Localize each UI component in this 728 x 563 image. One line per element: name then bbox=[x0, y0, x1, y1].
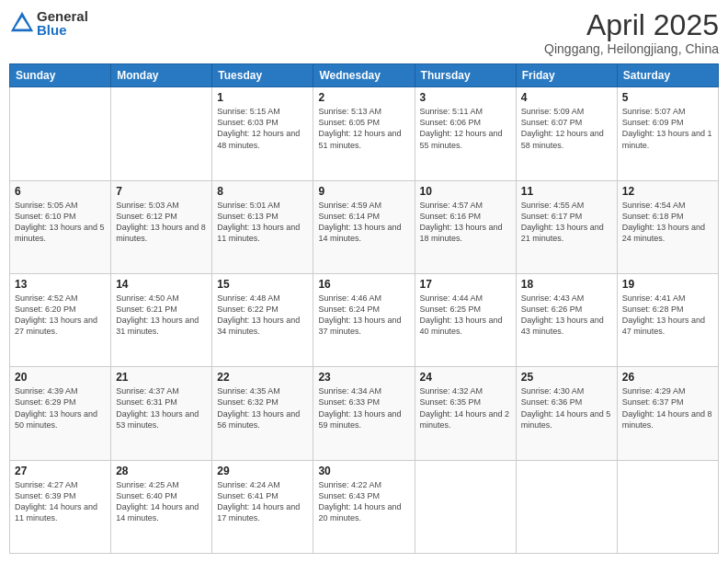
cell-content: Sunrise: 4:57 AMSunset: 6:16 PMDaylight:… bbox=[420, 200, 511, 245]
cell-content: Sunrise: 4:48 AMSunset: 6:22 PMDaylight:… bbox=[217, 293, 308, 338]
calendar-table: Sunday Monday Tuesday Wednesday Thursday… bbox=[9, 63, 719, 554]
week-row-2: 13Sunrise: 4:52 AMSunset: 6:20 PMDayligh… bbox=[10, 273, 719, 366]
calendar-body: 1Sunrise: 5:15 AMSunset: 6:03 PMDaylight… bbox=[10, 87, 719, 554]
cell-content: Sunrise: 4:35 AMSunset: 6:32 PMDaylight:… bbox=[217, 385, 308, 431]
day-number: 1 bbox=[217, 91, 308, 104]
calendar-cell bbox=[10, 87, 111, 180]
day-number: 22 bbox=[217, 371, 308, 384]
week-row-4: 27Sunrise: 4:27 AMSunset: 6:39 PMDayligh… bbox=[10, 460, 719, 553]
calendar-cell: 17Sunrise: 4:44 AMSunset: 6:25 PMDayligh… bbox=[415, 273, 516, 366]
cell-content: Sunrise: 5:05 AMSunset: 6:10 PMDaylight:… bbox=[15, 200, 106, 245]
day-number: 28 bbox=[116, 465, 207, 477]
calendar-cell: 15Sunrise: 4:48 AMSunset: 6:22 PMDayligh… bbox=[212, 273, 313, 366]
day-number: 16 bbox=[318, 278, 409, 291]
calendar-cell bbox=[516, 460, 617, 553]
cell-content: Sunrise: 5:15 AMSunset: 6:03 PMDaylight:… bbox=[217, 106, 308, 151]
calendar-cell: 30Sunrise: 4:22 AMSunset: 6:43 PMDayligh… bbox=[313, 460, 415, 553]
logo-text: General Blue bbox=[37, 9, 88, 37]
day-number: 5 bbox=[622, 91, 713, 104]
calendar-cell: 8Sunrise: 5:01 AMSunset: 6:13 PMDaylight… bbox=[212, 180, 313, 273]
logo-icon bbox=[9, 10, 35, 36]
day-number: 4 bbox=[521, 91, 612, 104]
calendar-cell: 11Sunrise: 4:55 AMSunset: 6:17 PMDayligh… bbox=[516, 180, 617, 273]
cell-content: Sunrise: 4:30 AMSunset: 6:36 PMDaylight:… bbox=[521, 385, 612, 431]
calendar-cell: 4Sunrise: 5:09 AMSunset: 6:07 PMDaylight… bbox=[516, 87, 617, 180]
week-row-1: 6Sunrise: 5:05 AMSunset: 6:10 PMDaylight… bbox=[10, 180, 719, 273]
calendar-cell bbox=[111, 87, 212, 180]
page: General Blue April 2025 Qinggang, Heilon… bbox=[0, 0, 728, 563]
cell-content: Sunrise: 5:07 AMSunset: 6:09 PMDaylight:… bbox=[622, 106, 713, 151]
day-number: 3 bbox=[420, 91, 511, 104]
day-number: 30 bbox=[318, 465, 409, 477]
col-wednesday: Wednesday bbox=[313, 64, 415, 87]
calendar-cell: 7Sunrise: 5:03 AMSunset: 6:12 PMDaylight… bbox=[111, 180, 212, 273]
col-saturday: Saturday bbox=[617, 64, 718, 87]
col-tuesday: Tuesday bbox=[212, 64, 313, 87]
calendar-cell: 27Sunrise: 4:27 AMSunset: 6:39 PMDayligh… bbox=[10, 460, 111, 553]
calendar-cell: 14Sunrise: 4:50 AMSunset: 6:21 PMDayligh… bbox=[111, 273, 212, 366]
calendar-cell: 1Sunrise: 5:15 AMSunset: 6:03 PMDaylight… bbox=[212, 87, 313, 180]
day-number: 10 bbox=[420, 185, 511, 198]
day-number: 18 bbox=[521, 278, 612, 291]
day-number: 2 bbox=[318, 91, 409, 104]
calendar-cell: 22Sunrise: 4:35 AMSunset: 6:32 PMDayligh… bbox=[212, 367, 313, 460]
day-number: 9 bbox=[318, 185, 409, 198]
calendar-cell: 9Sunrise: 4:59 AMSunset: 6:14 PMDaylight… bbox=[313, 180, 415, 273]
day-number: 7 bbox=[116, 185, 207, 198]
day-number: 19 bbox=[622, 278, 713, 291]
day-number: 27 bbox=[15, 465, 106, 477]
calendar-cell: 23Sunrise: 4:34 AMSunset: 6:33 PMDayligh… bbox=[313, 367, 415, 460]
calendar-cell: 29Sunrise: 4:24 AMSunset: 6:41 PMDayligh… bbox=[212, 460, 313, 553]
cell-content: Sunrise: 4:50 AMSunset: 6:21 PMDaylight:… bbox=[116, 293, 207, 338]
calendar-header: Sunday Monday Tuesday Wednesday Thursday… bbox=[10, 64, 719, 87]
cell-content: Sunrise: 5:03 AMSunset: 6:12 PMDaylight:… bbox=[116, 200, 207, 245]
calendar-cell: 2Sunrise: 5:13 AMSunset: 6:05 PMDaylight… bbox=[313, 87, 415, 180]
day-number: 21 bbox=[116, 371, 207, 384]
calendar-cell: 5Sunrise: 5:07 AMSunset: 6:09 PMDaylight… bbox=[617, 87, 718, 180]
calendar-title: April 2025 bbox=[544, 9, 719, 41]
calendar-subtitle: Qinggang, Heilongjiang, China bbox=[544, 41, 719, 56]
cell-content: Sunrise: 5:01 AMSunset: 6:13 PMDaylight:… bbox=[217, 200, 308, 245]
calendar-cell: 10Sunrise: 4:57 AMSunset: 6:16 PMDayligh… bbox=[415, 180, 516, 273]
day-number: 24 bbox=[420, 371, 511, 384]
cell-content: Sunrise: 5:11 AMSunset: 6:06 PMDaylight:… bbox=[420, 106, 511, 151]
col-friday: Friday bbox=[516, 64, 617, 87]
cell-content: Sunrise: 4:44 AMSunset: 6:25 PMDaylight:… bbox=[420, 293, 511, 338]
calendar-cell: 28Sunrise: 4:25 AMSunset: 6:40 PMDayligh… bbox=[111, 460, 212, 553]
day-number: 26 bbox=[622, 371, 713, 384]
calendar-cell bbox=[415, 460, 516, 553]
cell-content: Sunrise: 4:55 AMSunset: 6:17 PMDaylight:… bbox=[521, 200, 612, 245]
cell-content: Sunrise: 5:13 AMSunset: 6:05 PMDaylight:… bbox=[318, 106, 409, 151]
cell-content: Sunrise: 4:34 AMSunset: 6:33 PMDaylight:… bbox=[318, 385, 409, 431]
logo-blue-text: Blue bbox=[37, 23, 88, 37]
week-row-0: 1Sunrise: 5:15 AMSunset: 6:03 PMDaylight… bbox=[10, 87, 719, 180]
day-number: 8 bbox=[217, 185, 308, 198]
day-number: 25 bbox=[521, 371, 612, 384]
cell-content: Sunrise: 4:41 AMSunset: 6:28 PMDaylight:… bbox=[622, 293, 713, 338]
cell-content: Sunrise: 5:09 AMSunset: 6:07 PMDaylight:… bbox=[521, 106, 612, 151]
header-row: Sunday Monday Tuesday Wednesday Thursday… bbox=[10, 64, 719, 87]
calendar-cell: 12Sunrise: 4:54 AMSunset: 6:18 PMDayligh… bbox=[617, 180, 718, 273]
day-number: 17 bbox=[420, 278, 511, 291]
cell-content: Sunrise: 4:52 AMSunset: 6:20 PMDaylight:… bbox=[15, 293, 106, 338]
col-monday: Monday bbox=[111, 64, 212, 87]
calendar-cell: 6Sunrise: 5:05 AMSunset: 6:10 PMDaylight… bbox=[10, 180, 111, 273]
cell-content: Sunrise: 4:46 AMSunset: 6:24 PMDaylight:… bbox=[318, 293, 409, 338]
day-number: 20 bbox=[15, 371, 106, 384]
calendar-cell: 24Sunrise: 4:32 AMSunset: 6:35 PMDayligh… bbox=[415, 367, 516, 460]
day-number: 14 bbox=[116, 278, 207, 291]
calendar-cell: 13Sunrise: 4:52 AMSunset: 6:20 PMDayligh… bbox=[10, 273, 111, 366]
col-thursday: Thursday bbox=[415, 64, 516, 87]
calendar-cell: 19Sunrise: 4:41 AMSunset: 6:28 PMDayligh… bbox=[617, 273, 718, 366]
calendar-cell: 20Sunrise: 4:39 AMSunset: 6:29 PMDayligh… bbox=[10, 367, 111, 460]
calendar-cell: 26Sunrise: 4:29 AMSunset: 6:37 PMDayligh… bbox=[617, 367, 718, 460]
cell-content: Sunrise: 4:43 AMSunset: 6:26 PMDaylight:… bbox=[521, 293, 612, 338]
cell-content: Sunrise: 4:54 AMSunset: 6:18 PMDaylight:… bbox=[622, 200, 713, 245]
cell-content: Sunrise: 4:39 AMSunset: 6:29 PMDaylight:… bbox=[15, 385, 106, 431]
col-sunday: Sunday bbox=[10, 64, 111, 87]
day-number: 6 bbox=[15, 185, 106, 198]
week-row-3: 20Sunrise: 4:39 AMSunset: 6:29 PMDayligh… bbox=[10, 367, 719, 460]
calendar-cell: 18Sunrise: 4:43 AMSunset: 6:26 PMDayligh… bbox=[516, 273, 617, 366]
calendar-cell bbox=[617, 460, 718, 553]
day-number: 23 bbox=[318, 371, 409, 384]
